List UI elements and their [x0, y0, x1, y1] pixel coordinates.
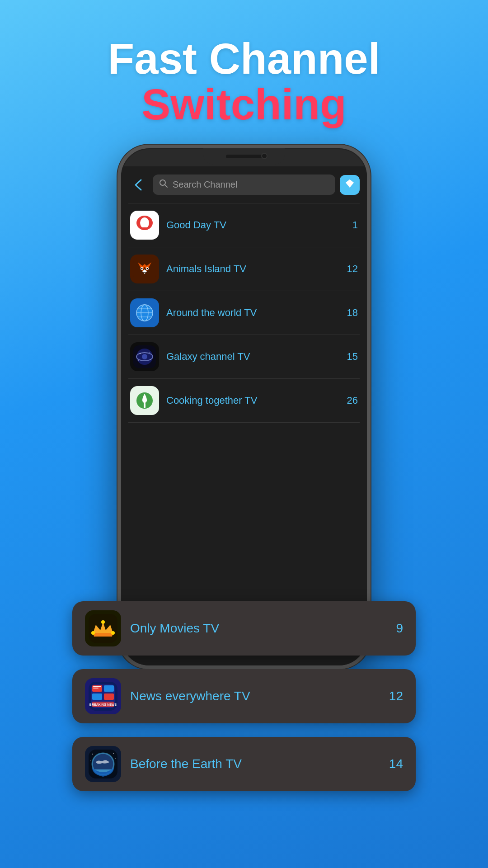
- svg-point-21: [140, 353, 141, 354]
- channel-logo-3: [130, 298, 159, 327]
- svg-rect-36: [92, 693, 102, 700]
- svg-marker-2: [346, 179, 354, 183]
- title-line2: Switching: [0, 82, 488, 127]
- search-placeholder-text: Search Channel: [173, 179, 237, 190]
- channel-list: Good Day TV 1: [121, 203, 367, 423]
- channel-number-5: 26: [347, 395, 358, 406]
- svg-point-0: [160, 180, 165, 185]
- channel-item-3[interactable]: Around the world TV 18: [121, 291, 367, 335]
- svg-point-8: [141, 268, 143, 269]
- svg-rect-40: [93, 688, 99, 689]
- channel-logo-2: [130, 255, 159, 283]
- phone-camera: [261, 153, 267, 159]
- svg-point-31: [111, 631, 115, 635]
- phone-frame: Search Channel: [117, 145, 371, 669]
- floating-logo-6: [85, 610, 121, 646]
- channel-number-3: 18: [347, 307, 358, 319]
- phone-power-button: [370, 257, 371, 297]
- floating-channel-item-7[interactable]: BREAKING NEWS News everywhere TV 12: [72, 669, 416, 723]
- header: Fast Channel Switching: [0, 0, 488, 146]
- svg-point-30: [101, 620, 105, 624]
- diamond-icon: [345, 179, 355, 191]
- svg-point-4: [140, 217, 149, 228]
- phone-notch: [203, 148, 285, 165]
- phone-volume-up-button: [117, 239, 118, 266]
- floating-channel-name-7: News everywhere TV: [130, 689, 380, 703]
- channel-logo-4: [130, 342, 159, 371]
- svg-point-23: [150, 359, 150, 360]
- floating-channel-number-7: 12: [389, 689, 403, 703]
- svg-point-22: [149, 352, 150, 353]
- svg-rect-39: [93, 686, 101, 687]
- title-line1: Fast Channel: [0, 36, 488, 82]
- channel-item-5[interactable]: Cooking together TV 26: [121, 379, 367, 422]
- back-button[interactable]: [128, 175, 148, 195]
- channel-name-5: Cooking together TV: [166, 395, 340, 406]
- floating-channel-name-6: Only Movies TV: [130, 621, 387, 636]
- floating-channel-item-6[interactable]: Only Movies TV 9: [72, 601, 416, 656]
- svg-point-45: [92, 754, 93, 755]
- channel-number-4: 15: [347, 351, 358, 363]
- floating-channel-item-8[interactable]: Before the Earth TV 14: [72, 737, 416, 791]
- svg-point-47: [115, 758, 116, 759]
- floating-logo-7: BREAKING NEWS: [85, 678, 121, 714]
- phone-screen: Search Channel: [121, 166, 367, 665]
- svg-point-9: [147, 268, 148, 269]
- svg-point-20: [142, 354, 147, 359]
- floating-logo-8: [85, 746, 121, 782]
- phone-speaker: [226, 155, 262, 158]
- floating-channel-number-8: 14: [389, 757, 403, 771]
- svg-point-48: [90, 760, 91, 761]
- svg-point-29: [91, 631, 95, 635]
- svg-text:BREAKING NEWS: BREAKING NEWS: [89, 703, 117, 706]
- channel-name-2: Animals Island TV: [166, 263, 340, 275]
- floating-channel-number-6: 9: [396, 621, 403, 636]
- channel-number-1: 1: [352, 219, 358, 231]
- svg-rect-35: [104, 685, 114, 692]
- search-input-wrapper[interactable]: Search Channel: [153, 175, 335, 195]
- channel-logo-5: [130, 386, 159, 415]
- svg-rect-27: [144, 403, 145, 408]
- channel-name-1: Good Day TV: [166, 219, 345, 231]
- svg-rect-37: [104, 693, 114, 700]
- svg-point-46: [113, 753, 114, 754]
- search-icon: [159, 179, 168, 190]
- channel-item-1[interactable]: Good Day TV 1: [121, 203, 367, 247]
- channel-item-2[interactable]: Animals Island TV 12: [121, 247, 367, 291]
- channel-item-4[interactable]: Galaxy channel TV 15: [121, 335, 367, 378]
- channel-name-4: Galaxy channel TV: [166, 351, 340, 363]
- channel-logo-1: [130, 211, 159, 240]
- divider-5: [128, 422, 360, 423]
- search-bar: Search Channel: [121, 166, 367, 203]
- channel-number-2: 12: [347, 263, 358, 275]
- premium-button[interactable]: [340, 175, 360, 195]
- phone-volume-down-button: [117, 275, 118, 302]
- svg-point-24: [138, 360, 139, 361]
- channel-name-3: Around the world TV: [166, 307, 340, 319]
- floating-channel-name-8: Before the Earth TV: [130, 757, 380, 771]
- svg-rect-5: [133, 258, 156, 280]
